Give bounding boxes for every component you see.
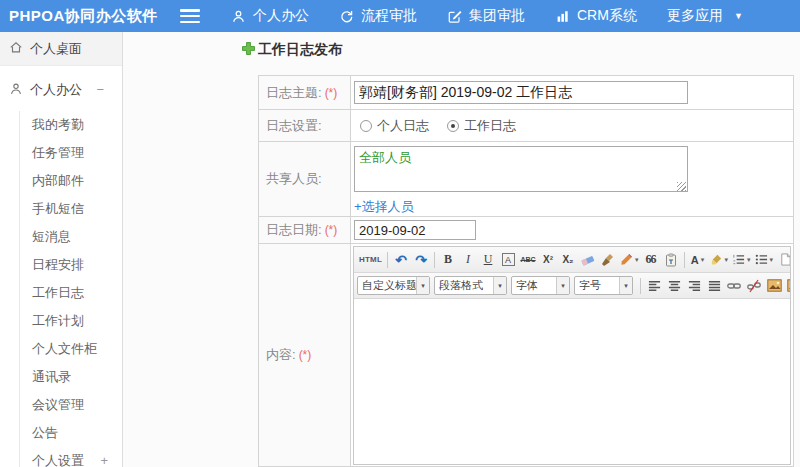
bold-button[interactable]: B (438, 250, 458, 270)
remove-format-eraser-button[interactable] (578, 250, 598, 270)
align-center-icon (668, 280, 681, 292)
page-title: 工作日志发布 (242, 41, 342, 59)
toolbar-separator (684, 252, 685, 268)
sidebar-item-meetings[interactable]: 会议管理 (20, 391, 122, 419)
nav-crm-system[interactable]: CRM系统 (540, 0, 652, 32)
menu-icon[interactable] (180, 9, 200, 23)
editor-content-area[interactable] (354, 299, 790, 465)
nav-process-approval[interactable]: 流程审批 (324, 0, 432, 32)
color-pencil-button[interactable]: ▾ (618, 250, 641, 270)
font-color-button[interactable]: A▾ (688, 250, 708, 270)
align-justify-button[interactable] (704, 276, 724, 296)
top-nav-menu: 个人办公 流程审批 集团审批 CRM系统 更多应用 ▼ (216, 0, 758, 32)
sidebar-item-desktop[interactable]: 个人桌面 (0, 32, 122, 66)
radio-label: 个人日志 (377, 117, 429, 135)
sidebar-item-contacts[interactable]: 通讯录 (20, 363, 122, 391)
unordered-list-button[interactable]: ▾ (753, 250, 776, 270)
nav-personal-office[interactable]: 个人办公 (216, 0, 324, 32)
align-right-button[interactable] (684, 276, 704, 296)
sidebar-submenu: 我的考勤 任务管理 内部邮件 手机短信 短消息 日程安排 工作日志 工作计划 个… (19, 111, 122, 467)
collapse-icon[interactable]: − (96, 75, 104, 105)
align-left-button[interactable] (644, 276, 664, 296)
sidebar: 个人桌面 个人办公 − 我的考勤 任务管理 内部邮件 手机短信 短消息 日程安排… (0, 32, 123, 467)
html-source-button[interactable]: HTML (357, 250, 384, 270)
shared-people-textarea[interactable]: 全部人员 (354, 146, 688, 192)
sidebar-item-mail[interactable]: 内部邮件 (20, 167, 122, 195)
sidebar-item-messages[interactable]: 短消息 (20, 223, 122, 251)
form-row-subject: 日志主题: (*) (258, 75, 794, 110)
bar-chart-icon (555, 9, 570, 24)
new-document-button[interactable] (775, 250, 790, 270)
redo-button[interactable]: ↷ (411, 250, 431, 270)
select-people-link[interactable]: +选择人员 (354, 198, 414, 216)
log-date-input[interactable] (354, 220, 476, 240)
caret-down-icon: ▾ (701, 256, 705, 264)
sidebar-item-tasks[interactable]: 任务管理 (20, 139, 122, 167)
insert-image-button[interactable] (784, 276, 790, 296)
sidebar-item-settings[interactable]: 个人设置 + (20, 447, 122, 467)
date-label: 日志日期: (*) (259, 217, 351, 243)
font-size-select[interactable]: 字号▾ (574, 276, 633, 295)
app-title: PHPOA协同办公软件 (0, 7, 168, 26)
nav-label: 个人办公 (253, 7, 309, 25)
strikethrough-button[interactable]: ABC (518, 250, 538, 270)
remove-link-button[interactable] (744, 276, 764, 296)
add-icon (242, 42, 255, 58)
sidebar-item-work-plan[interactable]: 工作计划 (20, 307, 122, 335)
expand-icon[interactable]: + (100, 447, 108, 467)
sidebar-item-announcements[interactable]: 公告 (20, 419, 122, 447)
top-navbar: PHPOA协同办公软件 个人办公 流程审批 集团审批 CRM系统 更多应用 ▼ (0, 0, 800, 32)
align-center-button[interactable] (664, 276, 684, 296)
heading-style-select[interactable]: 自定义标题▾ (357, 276, 430, 295)
paste-button[interactable] (661, 250, 681, 270)
undo-button[interactable]: ↶ (391, 250, 411, 270)
editor-toolbar-row1: HTML ↶ ↷ B I U A ABC X² X₂ ▾ (354, 247, 790, 273)
highlight-color-button[interactable]: ▾ (708, 250, 731, 270)
font-style-button[interactable]: A (498, 250, 518, 270)
form-row-setting: 日志设置: 个人日志 工作日志 (258, 110, 794, 142)
nav-more-apps[interactable]: 更多应用 ▼ (652, 0, 758, 32)
main-content: 工作日志发布 日志主题: (*) 日志设置: 个人日志 (124, 32, 800, 467)
align-left-icon (648, 280, 661, 292)
sidebar-item-file-cabinet[interactable]: 个人文件柜 (20, 335, 122, 363)
ordered-list-icon (732, 253, 745, 266)
sidebar-item-sms[interactable]: 手机短信 (20, 195, 122, 223)
nav-label: CRM系统 (577, 7, 637, 25)
process-icon (339, 9, 354, 24)
insert-link-button[interactable] (724, 276, 744, 296)
bullet-list-icon (755, 253, 768, 266)
paragraph-format-select[interactable]: 段落格式▾ (434, 276, 507, 295)
blockquote-button[interactable]: 66 (641, 250, 661, 270)
sidebar-item-work-log[interactable]: 工作日志 (20, 279, 122, 307)
ordered-list-button[interactable]: ▾ (730, 250, 753, 270)
caret-down-icon: ▾ (635, 256, 639, 264)
subject-input[interactable] (354, 81, 688, 104)
sidebar-item-schedule[interactable]: 日程安排 (20, 251, 122, 279)
caret-down-icon: ▾ (619, 277, 632, 294)
radio-personal-log[interactable]: 个人日志 (360, 117, 429, 135)
radio-icon[interactable] (360, 120, 372, 132)
subscript-button[interactable]: X₂ (558, 250, 578, 270)
user-icon (231, 9, 246, 24)
form-row-content: 内容: (*) HTML ↶ ↷ B I U A (258, 244, 794, 467)
home-icon (9, 40, 23, 57)
format-cleaner-broom-button[interactable] (598, 250, 618, 270)
form-row-share: 共享人员: 全部人员 +选择人员 (258, 142, 794, 217)
caret-down-icon: ▾ (556, 277, 569, 294)
eraser-icon (581, 253, 595, 267)
image-button[interactable] (764, 276, 784, 296)
font-family-select[interactable]: 字体▾ (511, 276, 570, 295)
nav-label: 集团审批 (469, 7, 525, 25)
required-marker: (*) (325, 223, 338, 237)
sidebar-item-attendance[interactable]: 我的考勤 (20, 111, 122, 139)
radio-work-log[interactable]: 工作日志 (447, 117, 516, 135)
clipboard-icon (664, 253, 678, 267)
caret-down-icon: ▼ (734, 11, 743, 21)
work-log-form: 日志主题: (*) 日志设置: 个人日志 工作日志 (258, 75, 794, 467)
italic-button[interactable]: I (458, 250, 478, 270)
underline-button[interactable]: U (478, 250, 498, 270)
sidebar-section-personal-office[interactable]: 个人办公 − (0, 75, 122, 105)
superscript-button[interactable]: X² (538, 250, 558, 270)
radio-icon[interactable] (447, 120, 459, 132)
nav-group-approval[interactable]: 集团审批 (432, 0, 540, 32)
